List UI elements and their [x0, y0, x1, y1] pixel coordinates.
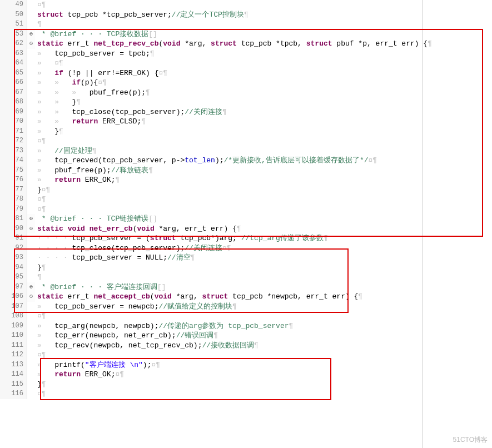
- code-line[interactable]: 76» return ERR_OK;¶: [0, 175, 492, 185]
- comment-token: * @brief · · · TCP链接错误: [37, 215, 148, 223]
- code-content[interactable]: » tcp_pcb_server = newpcb;//赋值给定义的控制块¶: [35, 302, 492, 312]
- code-line[interactable]: 68» » }¶: [0, 97, 492, 107]
- code-content[interactable]: » » tcp_close(tcp_pcb_server);//关闭连接¶: [35, 107, 492, 117]
- code-line[interactable]: 113» printf("客户端连接 \n");¤¶: [0, 360, 492, 370]
- code-line[interactable]: 51¶: [0, 19, 492, 29]
- code-line[interactable]: 64» ¤¶: [0, 58, 492, 68]
- code-line[interactable]: 110» tcp_err(newpcb, net_err_cb);//错误回调¶: [0, 331, 492, 341]
- fold-expand-icon[interactable]: ⊕: [27, 282, 35, 292]
- code-content[interactable]: static void net_err_cb(void *arg, err_t …: [35, 224, 492, 234]
- code-content[interactable]: » tcp_arg(newpcb, newpcb);//传递的arg参数为 tc…: [35, 321, 492, 331]
- code-content[interactable]: » » return ERR_CLSD;¶: [35, 117, 492, 127]
- code-content[interactable]: ¤¶: [35, 0, 492, 10]
- fold-collapse-icon[interactable]: ⊖: [27, 39, 35, 49]
- whitespace-marker-icon: ¶: [59, 127, 63, 136]
- code-content[interactable]: » //固定处理¶: [35, 146, 492, 156]
- code-content[interactable]: * @brief · · · 客户端连接回调[]: [35, 282, 492, 292]
- code-line[interactable]: 112¤¶: [0, 350, 492, 360]
- code-line[interactable]: 93· · · · tcp_pcb_server = NULL;//清空¶: [0, 253, 492, 263]
- code-line[interactable]: 78¤¶: [0, 195, 492, 205]
- code-line[interactable]: 53⊕ * @brief · · · TCP接收数据[]: [0, 29, 492, 39]
- code-line[interactable]: 81⊕ * @brief · · · TCP链接错误[]: [0, 214, 492, 224]
- code-line[interactable]: 109» tcp_arg(newpcb, newpcb);//传递的arg参数为…: [0, 321, 492, 331]
- code-content[interactable]: » tcp_err(newpcb, net_err_cb);//错误回调¶: [35, 331, 492, 341]
- code-line[interactable]: 97⊕ * @brief · · · 客户端连接回调[]: [0, 282, 492, 292]
- code-line[interactable]: 114» return ERR_OK;¤¶: [0, 370, 492, 380]
- code-editor[interactable]: 49¤¶50struct tcp_pcb *tcp_pcb_server;//定…: [0, 0, 492, 409]
- code-content[interactable]: » pbuf_free(p);//释放链表¶: [35, 166, 492, 176]
- code-content[interactable]: » return ERR_OK;¤¶: [35, 370, 492, 380]
- code-line[interactable]: 67» » » pbuf_free(p);¶: [0, 88, 492, 98]
- code-line[interactable]: [0, 399, 492, 409]
- code-content[interactable]: static err_t net_accept_cb(void *arg, st…: [35, 292, 492, 302]
- code-content[interactable]: ¤¶: [35, 195, 492, 205]
- code-line[interactable]: 106⊖static err_t net_accept_cb(void *arg…: [0, 292, 492, 302]
- fold-collapse-icon[interactable]: ⊖: [27, 292, 35, 302]
- code-line[interactable]: 107» tcp_pcb_server = newpcb;//赋值给定义的控制块…: [0, 302, 492, 312]
- code-line[interactable]: 94}¶: [0, 263, 492, 273]
- code-content[interactable]: · · · · tcp_pcb_server = (struct tcp_pcb…: [35, 233, 492, 243]
- code-content[interactable]: · · · · tcp_pcb_server = NULL;//清空¶: [35, 253, 492, 263]
- code-content[interactable]: * @brief · · · TCP链接错误[]: [35, 214, 492, 224]
- code-content[interactable]: ¶: [35, 19, 492, 29]
- code-line[interactable]: 77}¤¶: [0, 185, 492, 195]
- code-line[interactable]: 91· · · · tcp_pcb_server = (struct tcp_p…: [0, 233, 492, 243]
- code-content[interactable]: » » if(p){¤¶: [35, 78, 492, 88]
- code-content[interactable]: » if (!p || err!=ERR_OK) {¤¶: [35, 68, 492, 78]
- code-line[interactable]: 65» if (!p || err!=ERR_OK) {¤¶: [0, 68, 492, 78]
- code-line[interactable]: 71» }¶: [0, 127, 492, 137]
- code-line[interactable]: 69» » tcp_close(tcp_pcb_server);//关闭连接¶: [0, 107, 492, 117]
- code-content[interactable]: · · · · tcp_close(tcp_pcb_server);//关闭连接…: [35, 243, 492, 253]
- code-line[interactable]: 115}¶: [0, 380, 492, 390]
- code-content[interactable]: }¤¶: [35, 185, 492, 195]
- code-content[interactable]: » » » pbuf_free(p);¶: [35, 88, 492, 98]
- code-content[interactable]: » printf("客户端连接 \n");¤¶: [35, 360, 492, 370]
- code-content[interactable]: }¶: [35, 380, 492, 390]
- code-line[interactable]: 49¤¶: [0, 0, 492, 10]
- text-token: tcp_pcb*)arg;: [176, 234, 241, 242]
- fold-expand-icon[interactable]: ⊕: [27, 29, 35, 39]
- text-token: tcp_pcb_server = newpcb;: [54, 302, 158, 311]
- code-content[interactable]: ¤¶: [35, 311, 492, 321]
- code-line[interactable]: 50struct tcp_pcb *tcp_pcb_server;//定义一个T…: [0, 10, 492, 20]
- code-line[interactable]: 92· · · · tcp_close(tcp_pcb_server);//关闭…: [0, 243, 492, 253]
- code-content[interactable]: » » }¶: [35, 97, 492, 107]
- fold-collapse-icon[interactable]: ⊖: [27, 224, 35, 234]
- code-content[interactable]: ¶: [35, 272, 492, 282]
- code-line[interactable]: 108¤¶: [0, 311, 492, 321]
- fold-expand-icon[interactable]: ⊕: [27, 214, 35, 224]
- code-content[interactable]: struct tcp_pcb *tcp_pcb_server;//定义一个TCP…: [35, 10, 492, 20]
- text-token: printf(: [54, 361, 85, 369]
- code-line[interactable]: 116¤¶: [0, 389, 492, 399]
- code-line[interactable]: 90⊖static void net_err_cb(void *arg, err…: [0, 224, 492, 234]
- code-line[interactable]: 70» » return ERR_CLSD;¶: [0, 117, 492, 127]
- code-content[interactable]: » return ERR_OK;¶: [35, 175, 492, 185]
- comment-token: //错误回调: [176, 331, 214, 340]
- code-content[interactable]: » }¶: [35, 127, 492, 137]
- code-line[interactable]: 111» tcp_recv(newpcb, net_tcp_recv_cb);/…: [0, 341, 492, 351]
- code-content[interactable]: » ¤¶: [35, 58, 492, 68]
- code-line[interactable]: 72¤¶: [0, 136, 492, 146]
- code-content[interactable]: ¤¶: [35, 350, 492, 360]
- code-content[interactable]: ¤¶: [35, 389, 492, 399]
- code-content[interactable]: ¤¶: [35, 136, 492, 146]
- code-content[interactable]: }¶: [35, 263, 492, 273]
- code-content[interactable]: ¤¶: [35, 205, 492, 215]
- whitespace-marker-icon: ¤¶: [151, 361, 160, 369]
- code-line[interactable]: 79¤¶: [0, 205, 492, 215]
- code-line[interactable]: 62⊖static err_t net_tcp_recv_cb(void *ar…: [0, 39, 492, 49]
- code-line[interactable]: 66» » if(p){¤¶: [0, 78, 492, 88]
- code-line[interactable]: 63» tcp_pcb_server = tpcb;¶: [0, 49, 492, 59]
- code-content[interactable]: » tcp_pcb_server = tpcb;¶: [35, 49, 492, 59]
- code-content[interactable]: » tcp_recved(tcp_pcb_server, p->tot_len)…: [35, 156, 492, 166]
- code-line[interactable]: 95¶: [0, 272, 492, 282]
- code-line[interactable]: 75» pbuf_free(p);//释放链表¶: [0, 166, 492, 176]
- line-number: 110: [0, 331, 27, 341]
- line-number: 107: [0, 302, 27, 312]
- code-line[interactable]: 73» //固定处理¶: [0, 146, 492, 156]
- code-content[interactable]: » tcp_recv(newpcb, net_tcp_recv_cb);//接收…: [35, 341, 492, 351]
- code-line[interactable]: 74» tcp_recved(tcp_pcb_server, p->tot_le…: [0, 156, 492, 166]
- whitespace-marker-icon: » »: [37, 117, 72, 126]
- code-content[interactable]: static err_t net_tcp_recv_cb(void *arg, …: [35, 39, 492, 49]
- code-content[interactable]: * @brief · · · TCP接收数据[]: [35, 29, 492, 39]
